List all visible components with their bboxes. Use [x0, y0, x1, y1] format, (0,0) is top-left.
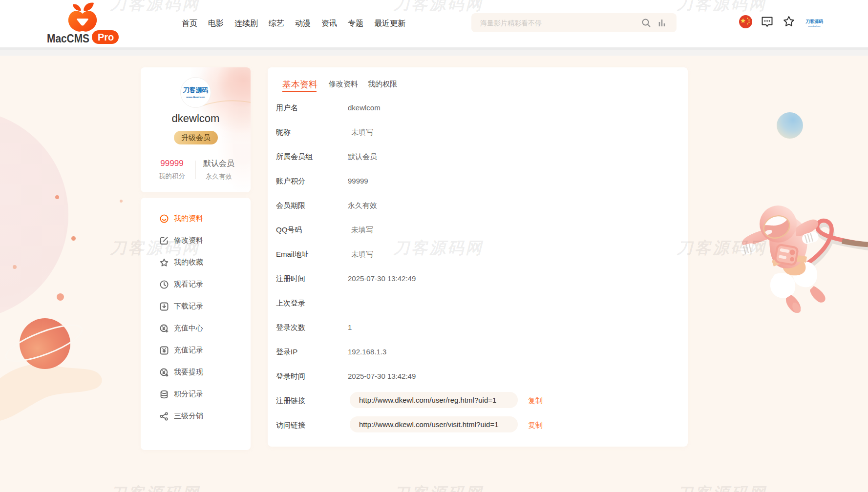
svg-text:Pro: Pro [98, 32, 114, 42]
svg-text:MacCMS: MacCMS [47, 32, 89, 45]
